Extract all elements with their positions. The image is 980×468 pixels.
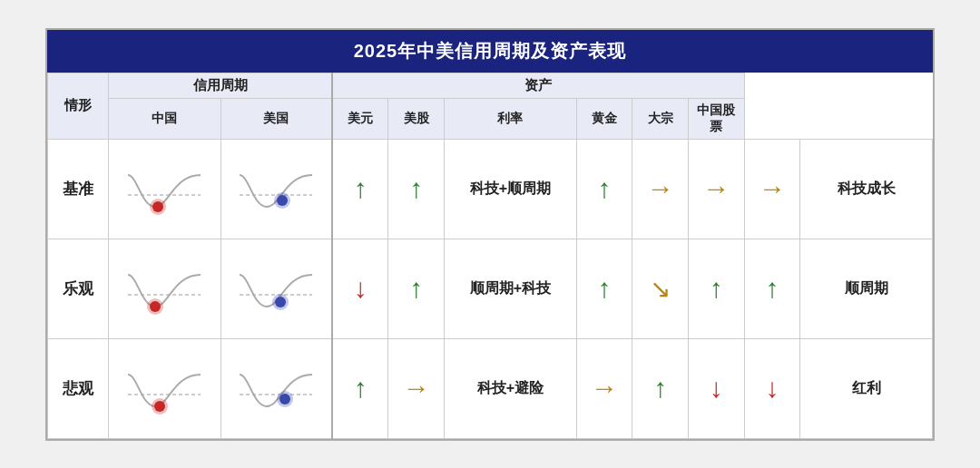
- gold-arrow-2: ↑: [632, 338, 689, 438]
- us-stock-text-0: 科技+顺周期: [445, 139, 577, 239]
- us-stock-arrow-1: ↑: [388, 239, 445, 338]
- cn-stock-arrow-1: ↑: [744, 239, 800, 338]
- col-gold: 黄金: [576, 98, 632, 139]
- cn-stock-text-1: 顺周期: [800, 239, 933, 338]
- row-label-2: 悲观: [48, 338, 109, 438]
- svg-point-8: [150, 301, 161, 312]
- usa-wave-1: [220, 239, 332, 338]
- table-row: 基准 ↑ ↑ 科技+顺周期: [48, 139, 933, 239]
- col-rate: 利率: [445, 98, 577, 139]
- col-commodity: 大宗: [632, 98, 689, 139]
- rate-arrow-2: →: [576, 338, 632, 438]
- col-cn-stock: 中国股票: [688, 98, 744, 139]
- cn-stock-arrow-0: →: [744, 139, 800, 239]
- col-usa: 美国: [220, 98, 332, 139]
- china-wave-2: [109, 338, 220, 438]
- usd-arrow-2: ↑: [332, 338, 388, 438]
- main-container: 2025年中美信用周期及资产表现 情形 信用周期 资产 中国 美国 美元 美股 …: [45, 28, 935, 441]
- header-main-row: 情形 信用周期 资产: [48, 73, 933, 98]
- col-china: 中国: [109, 98, 220, 139]
- table-row: 悲观 ↑ → 科技+避险: [48, 338, 933, 438]
- col-us-stock: 美股: [388, 98, 445, 139]
- usa-wave-0: [220, 139, 332, 239]
- svg-point-17: [279, 394, 290, 405]
- china-wave-0: [109, 139, 220, 239]
- commodity-arrow-0: →: [688, 139, 744, 239]
- cn-stock-text-0: 科技成长: [800, 139, 933, 239]
- us-stock-text-1: 顺周期+科技: [445, 239, 577, 338]
- china-wave-1: [109, 239, 220, 338]
- cn-stock-text-2: 红利: [800, 338, 933, 438]
- us-stock-arrow-0: ↑: [388, 139, 445, 239]
- usa-wave-2: [220, 338, 332, 438]
- cn-stock-arrow-2: ↓: [744, 338, 800, 438]
- row-label-1: 乐观: [48, 239, 109, 338]
- svg-point-2: [152, 201, 163, 212]
- usd-arrow-1: ↓: [332, 239, 388, 338]
- svg-point-11: [275, 297, 286, 307]
- row-label-0: 基准: [48, 139, 109, 239]
- col-situation: 情形: [48, 73, 109, 139]
- gold-arrow-1: ↘: [632, 239, 689, 338]
- header-sub-row: 中国 美国 美元 美股 利率 黄金 大宗 中国股票: [48, 98, 933, 139]
- col-credit-cycle: 信用周期: [109, 73, 333, 98]
- page-title: 2025年中美信用周期及资产表现: [47, 30, 933, 73]
- commodity-arrow-2: ↓: [688, 338, 744, 438]
- usd-arrow-0: ↑: [332, 139, 388, 239]
- col-usd: 美元: [332, 98, 388, 139]
- gold-arrow-0: →: [632, 139, 689, 239]
- table-row: 乐观 ↓ ↑ 顺周期+科技: [48, 239, 933, 338]
- us-stock-text-2: 科技+避险: [445, 338, 577, 438]
- us-stock-arrow-2: →: [388, 338, 445, 438]
- svg-point-5: [277, 195, 288, 206]
- commodity-arrow-1: ↑: [688, 239, 744, 338]
- svg-point-14: [154, 401, 165, 412]
- col-assets: 资产: [332, 73, 744, 98]
- rate-arrow-0: ↑: [576, 139, 632, 239]
- rate-arrow-1: ↑: [576, 239, 632, 338]
